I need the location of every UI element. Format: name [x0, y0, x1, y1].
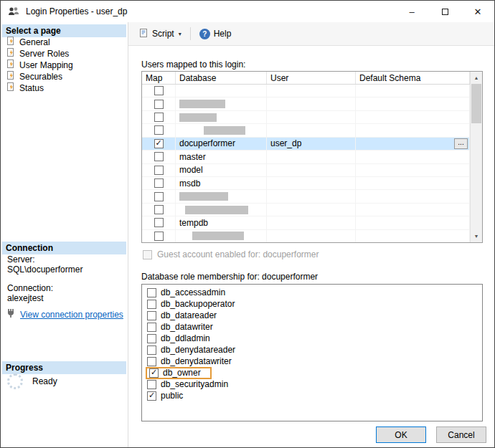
table-row[interactable]: ✓	[142, 204, 470, 216]
page-icon	[6, 37, 15, 48]
map-checkbox[interactable]: ✓	[154, 166, 164, 175]
table-cell: ✓	[142, 164, 176, 176]
map-checkbox[interactable]: ✓	[154, 86, 164, 95]
ok-button[interactable]: OK	[376, 426, 426, 443]
role-checkbox[interactable]: ✓	[147, 380, 156, 389]
sidebar-item-user-mapping[interactable]: User Mapping	[2, 59, 126, 71]
sidebar: Select a page General Server Roles User …	[1, 22, 128, 447]
close-button[interactable]: ✕	[461, 1, 494, 22]
role-checkbox[interactable]: ✓	[149, 368, 159, 378]
table-cell: ✓	[142, 97, 176, 110]
table-cell	[176, 230, 267, 242]
sidebar-item-securables[interactable]: Securables	[2, 71, 126, 82]
progress-status: Ready	[32, 376, 57, 386]
role-item[interactable]: ✓ db_securityadmin	[145, 378, 482, 390]
script-button[interactable]: Script ▾	[134, 25, 186, 43]
scroll-down-button[interactable]: ▼	[471, 230, 482, 242]
cancel-button[interactable]: Cancel	[436, 426, 486, 443]
check-icon: ✓	[155, 139, 161, 147]
connection-value: alexejtest	[7, 293, 44, 303]
role-item-db-owner[interactable]: ✓ db_owner	[145, 367, 482, 378]
scrollbar-thumb[interactable]	[471, 84, 481, 123]
table-cell	[267, 85, 356, 97]
maximize-icon	[442, 9, 448, 15]
table-row[interactable]: ✓	[142, 124, 470, 137]
map-checkbox[interactable]: ✓	[154, 152, 164, 161]
role-checkbox[interactable]: ✓	[147, 323, 156, 332]
connection-label: Connection:	[7, 283, 53, 293]
help-button[interactable]: ? Help	[195, 26, 236, 42]
users-mapped-label: Users mapped to this login:	[141, 59, 245, 70]
table-row[interactable]: ✓ master	[142, 151, 470, 163]
map-checkbox[interactable]: ✓	[154, 205, 164, 214]
role-item[interactable]: ✓ db_accessadmin	[145, 287, 482, 298]
map-checkbox[interactable]: ✓	[154, 192, 164, 201]
role-item[interactable]: ✓ db_ddladmin	[145, 333, 482, 344]
toolbar: Script ▾ ? Help	[128, 22, 494, 46]
table-row[interactable]: ✓	[142, 97, 470, 110]
page-icon	[6, 71, 15, 82]
role-item[interactable]: ✓ db_denydatawriter	[145, 356, 482, 367]
view-connection-properties-link[interactable]: View connection properties	[20, 310, 123, 320]
table-cell	[267, 216, 356, 229]
scroll-up-button[interactable]: ▲	[471, 72, 482, 84]
role-checkbox[interactable]: ✓	[147, 345, 156, 355]
role-label: db_securityadmin	[161, 379, 228, 389]
role-checkbox[interactable]: ✓	[147, 334, 156, 343]
sidebar-item-status[interactable]: Status	[2, 82, 126, 94]
role-label: db_owner	[163, 368, 201, 378]
default-schema-browse-button[interactable]: ...	[454, 138, 468, 149]
minimize-icon: –	[409, 6, 414, 17]
map-checkbox[interactable]: ✓	[154, 232, 164, 241]
map-checkbox[interactable]: ✓	[154, 100, 164, 109]
minimize-button[interactable]: –	[395, 1, 428, 22]
role-label: db_datareader	[161, 310, 217, 320]
sidebar-item-general[interactable]: General	[2, 37, 126, 48]
table-cell: ✓	[142, 138, 176, 150]
page-icon	[6, 82, 15, 94]
role-item[interactable]: ✓ db_datareader	[145, 310, 482, 321]
table-cell: ...	[356, 138, 470, 150]
table-body: ✓ ✓ ✓	[142, 85, 470, 242]
role-checkbox[interactable]: ✓	[147, 300, 156, 309]
role-checkbox[interactable]: ✓	[147, 391, 156, 401]
table-cell	[356, 97, 470, 110]
role-item[interactable]: ✓ public	[145, 390, 482, 401]
table-cell: user_dp	[267, 138, 356, 150]
table-row[interactable]: ✓ tempdb	[142, 216, 470, 229]
database-name: docuperformer	[179, 138, 235, 148]
guest-account-label: Guest account enabled for: docuperformer	[157, 249, 319, 259]
map-checkbox[interactable]: ✓	[154, 178, 164, 188]
table-cell: model	[176, 164, 267, 176]
sidebar-item-label: Securables	[19, 72, 62, 82]
map-checkbox[interactable]: ✓	[154, 218, 164, 227]
map-checkbox[interactable]: ✓	[154, 125, 164, 135]
table-row[interactable]: ✓ msdb	[142, 177, 470, 190]
table-cell	[356, 230, 470, 242]
table-row[interactable]: ✓	[142, 111, 470, 124]
table-row-selected[interactable]: ✓ docuperformer user_dp ...	[142, 138, 470, 151]
role-item[interactable]: ✓ db_datawriter	[145, 321, 482, 333]
table-row[interactable]: ✓	[142, 85, 470, 97]
role-checkbox[interactable]: ✓	[147, 311, 156, 320]
table-scrollbar[interactable]: ▲ ▼	[470, 72, 482, 242]
help-icon: ?	[199, 29, 210, 39]
maximize-button[interactable]	[428, 1, 461, 22]
map-checkbox[interactable]: ✓	[154, 113, 164, 122]
table-cell: ✓	[142, 230, 176, 242]
column-header-user: User	[267, 72, 356, 84]
role-checkbox[interactable]: ✓	[147, 357, 156, 366]
role-item[interactable]: ✓ db_denydatareader	[145, 344, 482, 356]
role-item[interactable]: ✓ db_backupoperator	[145, 298, 482, 310]
redacted-database-name	[192, 232, 244, 240]
map-checkbox[interactable]: ✓	[154, 139, 164, 148]
table-row[interactable]: ✓	[142, 190, 470, 203]
sidebar-item-server-roles[interactable]: Server Roles	[2, 48, 126, 59]
table-row[interactable]: ✓ model	[142, 164, 470, 177]
column-header-map: Map	[142, 72, 176, 84]
table-row[interactable]: ✓	[142, 230, 470, 242]
role-checkbox[interactable]: ✓	[147, 288, 156, 297]
connection-properties-icon	[6, 308, 16, 320]
column-header-default-schema: Default Schema	[356, 72, 470, 84]
table-cell	[267, 111, 356, 123]
